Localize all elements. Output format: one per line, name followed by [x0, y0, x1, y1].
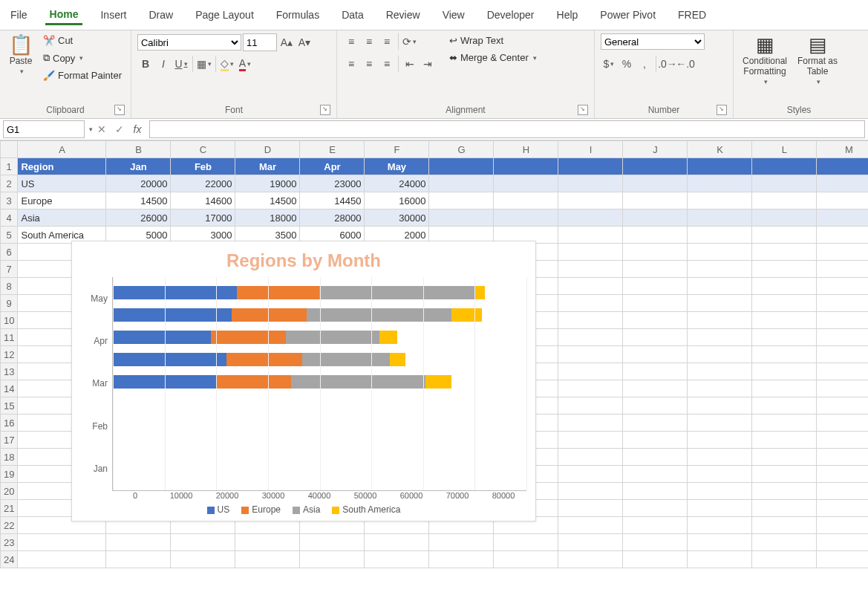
cell[interactable] [817, 295, 868, 312]
cell[interactable] [688, 278, 752, 295]
row-header[interactable]: 23 [1, 534, 18, 551]
cell[interactable] [752, 500, 817, 517]
cell[interactable] [623, 227, 688, 244]
cell[interactable] [623, 295, 688, 312]
cell[interactable] [494, 209, 558, 227]
cell[interactable]: 16000 [365, 192, 429, 209]
cell[interactable] [752, 363, 817, 380]
cell[interactable] [817, 158, 868, 175]
bold-button[interactable]: B [137, 56, 154, 72]
cell[interactable] [623, 449, 688, 466]
cell[interactable] [752, 346, 817, 363]
menu-tab-developer[interactable]: Developer [483, 6, 539, 24]
menu-tab-draw[interactable]: Draw [144, 6, 177, 24]
cell[interactable]: 14500 [235, 192, 300, 209]
menu-tab-review[interactable]: Review [382, 6, 425, 24]
dialog-launcher-icon[interactable]: ↘ [114, 105, 125, 115]
cell[interactable] [688, 346, 752, 363]
increase-indent-icon[interactable]: ⇥ [420, 56, 436, 72]
cell[interactable] [688, 500, 752, 517]
cell[interactable] [752, 175, 817, 192]
format-painter-button[interactable]: 🖌️Format Painter [40, 68, 125, 82]
cell[interactable] [558, 261, 623, 278]
cell[interactable] [817, 517, 868, 534]
cell[interactable]: US [18, 175, 106, 192]
cell[interactable] [429, 175, 494, 192]
row-header[interactable]: 1 [1, 158, 18, 175]
row-header[interactable]: 7 [1, 261, 18, 278]
cell[interactable] [817, 466, 868, 483]
cell[interactable] [171, 534, 235, 551]
chart[interactable]: Regions by Month MayAprMarFebJan 0100002… [71, 241, 536, 521]
font-size-input[interactable] [243, 33, 277, 51]
cell[interactable] [817, 363, 868, 380]
align-middle-icon[interactable]: ≡ [361, 33, 377, 50]
cell[interactable] [558, 551, 623, 568]
col-header[interactable]: K [688, 141, 752, 158]
menu-tab-view[interactable]: View [438, 6, 469, 24]
cell[interactable] [623, 551, 688, 568]
row-header[interactable]: 10 [1, 312, 18, 329]
cell[interactable] [688, 551, 752, 568]
borders-button[interactable]: ▦▾ [196, 56, 212, 72]
cell[interactable] [817, 192, 868, 209]
cell[interactable] [688, 192, 752, 209]
cell[interactable] [623, 158, 688, 175]
currency-icon[interactable]: $▾ [601, 56, 617, 72]
cell[interactable] [688, 466, 752, 483]
cell[interactable] [817, 175, 868, 192]
col-header[interactable]: B [106, 141, 171, 158]
cell[interactable] [494, 158, 558, 175]
row-header[interactable]: 11 [1, 329, 18, 346]
cell[interactable] [365, 551, 429, 568]
menu-tab-page-layout[interactable]: Page Layout [191, 6, 258, 24]
select-all[interactable] [1, 141, 18, 158]
cell[interactable] [817, 380, 868, 397]
formula-input[interactable] [149, 120, 865, 138]
col-header[interactable]: J [623, 141, 688, 158]
col-header[interactable]: H [494, 141, 558, 158]
name-box[interactable] [3, 120, 85, 138]
col-header[interactable]: G [429, 141, 494, 158]
cell[interactable] [688, 534, 752, 551]
row-header[interactable]: 24 [1, 551, 18, 568]
increase-font-icon[interactable]: A▴ [278, 34, 295, 51]
row-header[interactable]: 21 [1, 500, 18, 517]
row-header[interactable]: 9 [1, 295, 18, 312]
row-header[interactable]: 17 [1, 432, 18, 449]
cell[interactable]: 14450 [300, 192, 365, 209]
cell[interactable] [494, 551, 558, 568]
cell[interactable] [752, 551, 817, 568]
cell[interactable]: 17000 [171, 209, 235, 227]
cell[interactable] [300, 534, 365, 551]
cell[interactable]: 22000 [171, 175, 235, 192]
cell[interactable] [623, 209, 688, 227]
cell[interactable] [558, 346, 623, 363]
cell[interactable] [365, 534, 429, 551]
row-header[interactable]: 12 [1, 346, 18, 363]
cell[interactable] [688, 261, 752, 278]
cell[interactable] [494, 192, 558, 209]
cell[interactable] [817, 449, 868, 466]
col-header[interactable]: E [300, 141, 365, 158]
row-header[interactable]: 2 [1, 175, 18, 192]
cell[interactable] [817, 329, 868, 346]
cell[interactable] [817, 346, 868, 363]
copy-button[interactable]: ⧉Copy▾ [40, 51, 125, 65]
cell[interactable] [752, 192, 817, 209]
cell[interactable] [235, 551, 300, 568]
cell[interactable] [817, 244, 868, 261]
cell[interactable] [752, 244, 817, 261]
cell[interactable] [752, 209, 817, 227]
menu-tab-formulas[interactable]: Formulas [272, 6, 324, 24]
col-header[interactable]: L [752, 141, 817, 158]
row-header[interactable]: 18 [1, 449, 18, 466]
cell[interactable] [688, 432, 752, 449]
cell[interactable] [106, 551, 171, 568]
cell[interactable] [429, 534, 494, 551]
row-header[interactable]: 19 [1, 466, 18, 483]
cell[interactable]: Region [18, 158, 106, 175]
cell[interactable]: 26000 [106, 209, 171, 227]
cell[interactable] [494, 534, 558, 551]
col-header[interactable]: F [365, 141, 429, 158]
